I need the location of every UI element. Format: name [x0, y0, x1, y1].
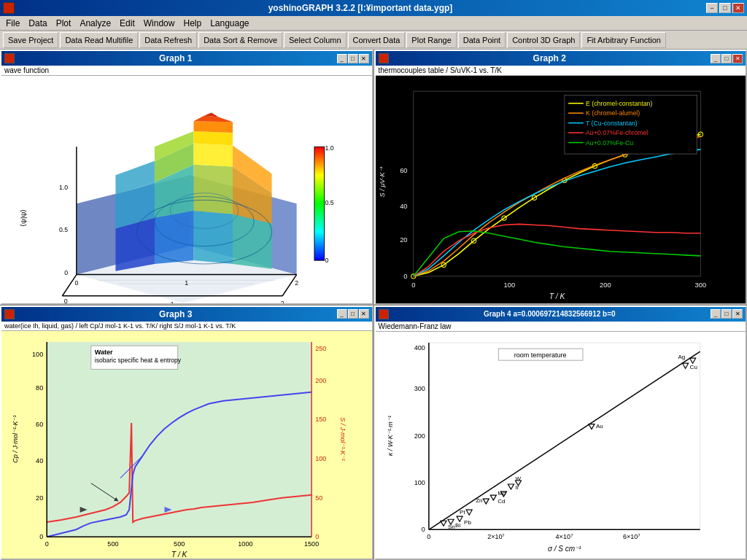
graph3-maximize[interactable]: □	[348, 309, 358, 319]
select-column-button[interactable]: Select Column	[284, 32, 347, 48]
svg-text:300: 300	[414, 385, 425, 392]
menu-file[interactable]: File	[1, 17, 24, 30]
svg-rect-44	[314, 147, 325, 260]
control-3d-graph-button[interactable]: Control 3D Graph	[507, 32, 580, 48]
svg-text:T (Cu-constantan): T (Cu-constantan)	[585, 120, 637, 127]
graph3-minimize[interactable]: _	[337, 309, 347, 319]
svg-text:200: 200	[315, 376, 326, 384]
svg-text:1000: 1000	[238, 540, 252, 548]
svg-text:400: 400	[414, 344, 425, 351]
menu-data[interactable]: Data	[24, 17, 51, 30]
graph4-minimize[interactable]: _	[711, 309, 721, 319]
plot-range-button[interactable]: Plot Range	[406, 32, 456, 48]
menubar: File Data Plot Analyze Edit Window Help …	[0, 16, 747, 31]
graph3-title: Graph 3	[15, 309, 337, 319]
svg-text:500: 500	[107, 540, 118, 548]
svg-text:0: 0	[421, 526, 425, 533]
menu-language[interactable]: Language	[206, 17, 253, 30]
svg-marker-10	[193, 211, 233, 264]
svg-text:300: 300	[694, 281, 706, 289]
fit-arbitrary-function-button[interactable]: Fit Arbitrary Function	[581, 32, 665, 48]
graph2-controls: _ □ ✕	[711, 54, 743, 63]
titlebar: yoshinoGRAPH 3.2.2 [I:¥important data.yg…	[0, 0, 747, 16]
svg-text:0: 0	[64, 298, 68, 303]
svg-text:Cp / J·mol⁻¹·K⁻¹: Cp / J·mol⁻¹·K⁻¹	[12, 415, 19, 462]
graph2-content[interactable]: 0 20 40 60 0 100 200 300 T / K S / μV·K⁻…	[376, 76, 746, 303]
svg-text:⟨ψ|ψ⟩: ⟨ψ|ψ⟩	[19, 209, 27, 226]
maximize-button[interactable]: □	[719, 3, 731, 13]
svg-text:0: 0	[427, 533, 430, 540]
svg-text:1: 1	[185, 279, 188, 287]
graph1-close[interactable]: ✕	[359, 54, 369, 63]
graph3-content[interactable]: Water isobaric specific heat & entropy	[1, 331, 372, 559]
svg-text:Pb: Pb	[464, 519, 471, 526]
graph1-minimize[interactable]: _	[337, 54, 347, 63]
svg-text:Pt: Pt	[460, 509, 465, 516]
graph4-close[interactable]: ✕	[732, 309, 743, 319]
svg-text:0.5: 0.5	[325, 199, 334, 206]
minimize-button[interactable]: −	[706, 3, 718, 13]
graph2-titlebar: Graph 2 _ □ ✕	[376, 51, 746, 66]
graph3-titlebar: Graph 3 _ □ ✕	[1, 307, 372, 322]
svg-text:S / μV·K⁻¹: S / μV·K⁻¹	[379, 166, 386, 197]
graph1-panel: Graph 1 _ □ ✕ wave function ⟨ψ|ψ⟩	[0, 50, 374, 305]
svg-marker-14	[193, 165, 233, 214]
svg-text:0: 0	[45, 540, 49, 548]
graph2-subtitle: thermocouples table / S/uVK-1 vs. T/K	[376, 66, 746, 76]
graph2-close[interactable]: ✕	[732, 54, 743, 63]
graph3-icon	[4, 309, 15, 319]
graph1-title: Graph 1	[15, 53, 337, 63]
svg-text:20: 20	[400, 236, 407, 244]
menu-analyze[interactable]: Analyze	[75, 17, 115, 30]
window-controls: − □ ✕	[706, 3, 744, 13]
svg-text:0: 0	[403, 273, 407, 280]
svg-text:100: 100	[414, 479, 425, 486]
menu-window[interactable]: Window	[139, 17, 179, 30]
svg-text:2×10⁷: 2×10⁷	[487, 533, 505, 540]
graph3-controls: _ □ ✕	[337, 309, 369, 319]
svg-marker-18	[193, 143, 233, 166]
svg-text:200: 200	[600, 281, 611, 289]
svg-text:50: 50	[315, 494, 322, 501]
svg-text:S / J·mol⁻¹·K⁻¹: S / J·mol⁻¹·K⁻¹	[339, 417, 347, 461]
menu-edit[interactable]: Edit	[115, 17, 139, 30]
graph3-subtitle: water(ice Ih, liquid, gas) / left Cp/J m…	[1, 322, 372, 331]
graph2-maximize[interactable]: □	[721, 54, 732, 63]
svg-text:0: 0	[64, 269, 68, 276]
menu-help[interactable]: Help	[179, 17, 206, 30]
svg-marker-21	[193, 131, 233, 145]
graph1-maximize[interactable]: □	[348, 54, 358, 63]
save-project-button[interactable]: Save Project	[3, 32, 58, 48]
svg-text:1: 1	[171, 300, 174, 303]
graph4-panel: Graph 4 a=0.000697214832566912 b=0 _ □ ✕…	[374, 306, 748, 561]
svg-text:40: 40	[36, 457, 43, 464]
graph2-minimize[interactable]: _	[711, 54, 721, 63]
graph1-content[interactable]: ⟨ψ|ψ⟩	[1, 76, 372, 303]
svg-text:Mo: Mo	[498, 490, 506, 497]
svg-text:60: 60	[400, 167, 407, 174]
svg-text:2: 2	[281, 300, 285, 303]
svg-text:Au+0.07%Fe-Cu: Au+0.07%Fe-Cu	[585, 139, 632, 147]
svg-marker-22	[193, 121, 233, 133]
data-point-button[interactable]: Data Point	[458, 32, 506, 48]
graph4-maximize[interactable]: □	[721, 309, 732, 319]
svg-text:6×10⁷: 6×10⁷	[623, 533, 640, 540]
svg-text:100: 100	[503, 281, 515, 289]
svg-text:Bi: Bi	[455, 522, 460, 529]
svg-text:250: 250	[315, 345, 326, 352]
graph4-subtitle: Wiedemann-Franz law	[376, 322, 746, 332]
svg-text:Cu: Cu	[689, 364, 697, 370]
convert-data-button[interactable]: Convert Data	[348, 32, 406, 48]
close-button[interactable]: ✕	[732, 3, 744, 13]
svg-text:room temperature: room temperature	[514, 351, 566, 359]
svg-text:0: 0	[74, 279, 78, 287]
svg-text:500: 500	[174, 540, 185, 548]
svg-text:E (chromel-constantan): E (chromel-constantan)	[585, 100, 651, 107]
graph4-content[interactable]: room temperature Sn Bi Pb Pt	[376, 332, 746, 559]
graph2-panel: Graph 2 _ □ ✕ thermocouples table / S/uV…	[374, 50, 748, 305]
data-refresh-button[interactable]: Data Refresh	[139, 32, 197, 48]
graph3-close[interactable]: ✕	[359, 309, 369, 319]
data-sort-remove-button[interactable]: Data Sort & Remove	[198, 32, 282, 48]
menu-plot[interactable]: Plot	[52, 17, 76, 30]
data-read-multifile-button[interactable]: Data Read Multifile	[60, 32, 138, 48]
